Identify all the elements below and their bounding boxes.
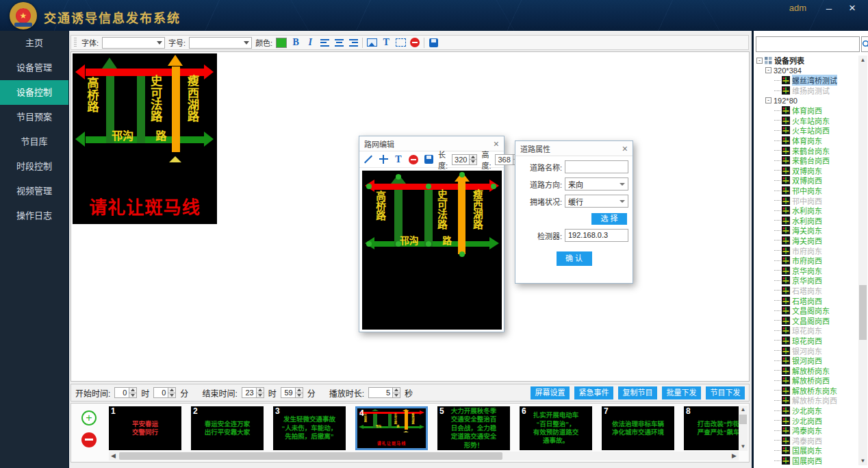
logged-in-user[interactable]: adm: [789, 3, 806, 13]
duration-spinner[interactable]: 5: [368, 387, 400, 398]
device-label[interactable]: 国展岗西: [792, 455, 822, 465]
detector-input[interactable]: 192.168.0.3: [565, 229, 628, 242]
led-sign-preview[interactable]: 高桥路史可法路瘦西湖路邗沟路请礼让斑马线: [73, 53, 217, 224]
remove-program-button[interactable]: [81, 432, 97, 447]
device-label[interactable]: 鸿泰岗东: [792, 425, 822, 436]
device-label[interactable]: 螺丝湾桥测试: [792, 75, 837, 86]
control-point-dot[interactable]: [459, 172, 465, 177]
schedule-action-button-2[interactable]: 复制节目: [618, 386, 657, 399]
confirm-button[interactable]: 确 认: [557, 251, 592, 266]
device-label[interactable]: 鸿泰岗西: [792, 435, 822, 446]
device-label[interactable]: 国展岗东: [792, 445, 822, 456]
color-swatch[interactable]: [276, 38, 287, 48]
strip-horizontal-scrollbar[interactable]: ◀ ▶: [109, 452, 739, 460]
device-label[interactable]: 体育岗东: [792, 135, 822, 146]
sidebar-item-6[interactable]: 视频管理: [0, 179, 68, 204]
tree-root-label[interactable]: 设备列表: [774, 56, 804, 66]
device-label[interactable]: 邗中岗东: [792, 185, 822, 196]
road-network-canvas[interactable]: 高桥路史可法路瘦西湖路邗沟路: [362, 171, 502, 330]
tree-group-label[interactable]: 192*80: [774, 97, 797, 105]
draw-line-button[interactable]: [363, 153, 374, 165]
strip-vertical-scrollbar[interactable]: ▲ ▼: [739, 406, 748, 451]
device-label[interactable]: 银河岗西: [792, 355, 822, 366]
control-point-dot[interactable]: [396, 241, 401, 247]
search-input[interactable]: [756, 36, 860, 52]
text-tool-button[interactable]: T: [393, 153, 404, 165]
align-right-button[interactable]: [348, 37, 359, 49]
control-point-dot[interactable]: [459, 251, 465, 257]
scroll-right-icon[interactable]: ▶: [730, 452, 739, 460]
device-label[interactable]: 水利岗西: [792, 215, 822, 226]
align-center-button[interactable]: [333, 37, 344, 49]
device-label[interactable]: 火车站岗西: [792, 125, 830, 136]
bold-button[interactable]: B: [290, 37, 301, 49]
device-label[interactable]: 京华岗西: [792, 275, 822, 286]
italic-button[interactable]: I: [305, 37, 316, 49]
device-label[interactable]: 火车站岗东: [792, 115, 830, 126]
sidebar-item-2[interactable]: 设备控制: [0, 80, 68, 105]
minimize-button[interactable]: –: [821, 1, 837, 15]
program-thumbnail-2[interactable]: 2春运安全连万家出行平安靠大家: [191, 406, 264, 450]
sidebar-item-3[interactable]: 节目预案: [0, 105, 68, 130]
device-label[interactable]: 双博岗西: [792, 175, 822, 186]
device-label[interactable]: 解放桥东岗东: [792, 385, 837, 396]
device-label[interactable]: 来鹤台岗西: [792, 155, 830, 166]
search-button[interactable]: [861, 36, 868, 52]
scroll-up-icon[interactable]: ▲: [858, 56, 867, 64]
road-name-input[interactable]: [565, 160, 628, 173]
scroll-down-icon[interactable]: ▼: [858, 456, 867, 465]
schedule-action-button-0[interactable]: 屏幕设置: [531, 386, 570, 399]
schedule-action-button-1[interactable]: 紧急事件: [574, 386, 613, 399]
schedule-action-button-4[interactable]: 节目下发: [706, 386, 745, 399]
program-thumbnail-3[interactable]: 3发生轻微交通事故“人未伤，车能动，先拍照，后撤离”: [273, 406, 346, 450]
scrollbar-thumb[interactable]: [739, 415, 747, 424]
device-label[interactable]: 市府岗西: [792, 255, 822, 266]
device-label[interactable]: 石塔岗东: [792, 285, 822, 296]
device-label[interactable]: 解放桥东岗西: [792, 395, 837, 406]
sidebar-item-0[interactable]: 主页: [0, 31, 68, 56]
device-label[interactable]: 解放桥岗东: [792, 365, 830, 376]
device-label[interactable]: 文昌阁岗东: [792, 305, 830, 316]
program-thumbnail-1[interactable]: 1平安春运交警同行: [109, 406, 181, 450]
device-label[interactable]: 维扬岗测试: [792, 85, 830, 96]
device-label[interactable]: 银河岗东: [792, 345, 822, 356]
device-label[interactable]: 文昌阁岗西: [792, 315, 830, 326]
select-button[interactable]: 选 择: [591, 213, 627, 225]
size-select[interactable]: [189, 37, 252, 49]
save-button[interactable]: [428, 37, 439, 49]
sidebar-item-4[interactable]: 节目库: [0, 130, 68, 154]
device-label[interactable]: 市府岗东: [792, 245, 822, 256]
program-thumbnail-8[interactable]: 8打击改装“炸街”严查严处“飙车”: [684, 406, 739, 450]
scroll-down-icon[interactable]: ▼: [739, 443, 748, 451]
dialog-titlebar[interactable]: 道路属性 ×: [515, 141, 633, 156]
scroll-left-icon[interactable]: ◀: [109, 452, 118, 460]
scroll-up-icon[interactable]: ▲: [739, 406, 748, 414]
program-thumbnail-4[interactable]: 4高桥路史可法路瘦西湖路邗沟路请礼让斑马线: [355, 406, 428, 450]
scrollbar-thumb[interactable]: [119, 452, 502, 460]
device-label[interactable]: 京华岗东: [792, 265, 822, 276]
end-minute-spinner[interactable]: 59: [281, 387, 303, 398]
marquee-tool-button[interactable]: [395, 37, 406, 49]
device-label[interactable]: 琼花岗西: [792, 335, 822, 346]
control-point-dot[interactable]: [426, 241, 431, 247]
scrollbar-thumb[interactable]: [859, 285, 867, 340]
sidebar-item-7[interactable]: 操作日志: [0, 204, 68, 228]
device-label[interactable]: 石塔岗西: [792, 295, 822, 306]
device-label[interactable]: 双博岗东: [792, 165, 822, 176]
sidebar-item-1[interactable]: 设备管理: [0, 56, 68, 80]
device-label[interactable]: 海关岗东: [792, 225, 822, 236]
device-label[interactable]: 水利岗东: [792, 205, 822, 216]
close-button[interactable]: ×: [845, 1, 860, 15]
program-thumbnail-7[interactable]: 7依法治理非标车辆净化城市交通环境: [602, 406, 674, 450]
font-select[interactable]: [102, 37, 165, 49]
end-hour-spinner[interactable]: 23: [242, 387, 264, 398]
expander-icon[interactable]: -: [765, 97, 771, 103]
save-button[interactable]: [423, 153, 434, 165]
device-label[interactable]: 沙北岗东: [792, 405, 822, 416]
device-label[interactable]: 沙北岗西: [792, 415, 822, 426]
insert-image-button[interactable]: [366, 37, 377, 49]
schedule-action-button-3[interactable]: 批量下发: [662, 386, 701, 399]
start-hour-spinner[interactable]: 0: [114, 387, 137, 398]
delete-button[interactable]: [409, 37, 420, 49]
delete-button[interactable]: [408, 153, 419, 165]
